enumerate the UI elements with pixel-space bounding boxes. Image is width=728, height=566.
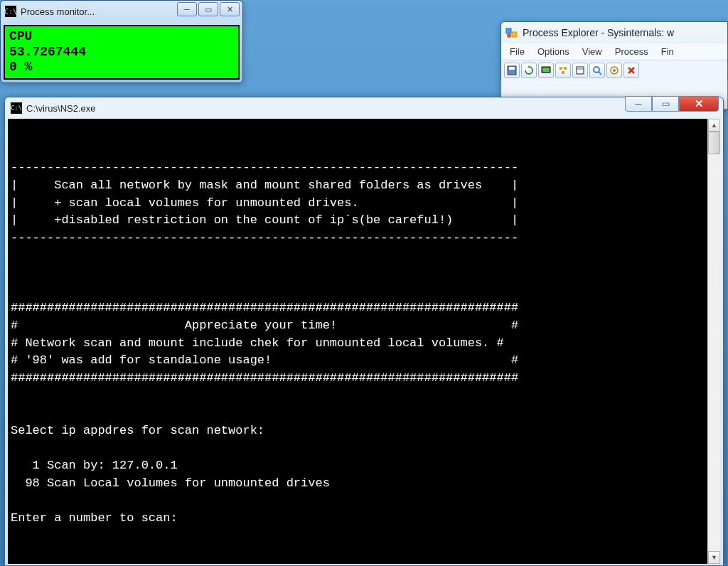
console-title-text: C:\virus\NS2.exe bbox=[26, 103, 96, 114]
maximize-button[interactable]: ▭ bbox=[652, 96, 679, 112]
process-monitor-titlebar[interactable]: C:\ Process monitor... ─ ▭ ✕ bbox=[1, 1, 242, 22]
console-titlebar[interactable]: C:\ C:\virus\NS2.exe ─ ▭ ✕ bbox=[5, 97, 723, 119]
scrollbar[interactable]: ▲ ▼ bbox=[707, 119, 720, 564]
svg-rect-10 bbox=[577, 67, 584, 74]
menu-options[interactable]: Options bbox=[532, 45, 575, 58]
cpu-value: 53.7267444 bbox=[9, 45, 234, 60]
process-explorer-icon bbox=[505, 26, 518, 39]
svg-line-13 bbox=[599, 72, 601, 75]
maximize-button[interactable]: ▭ bbox=[198, 2, 218, 16]
process-monitor-body: CPU 53.7267444 0 % bbox=[4, 25, 240, 80]
svg-rect-8 bbox=[564, 67, 567, 70]
svg-rect-6 bbox=[542, 68, 550, 72]
process-explorer-titlebar[interactable]: Process Explorer - Sysinternals: w bbox=[501, 22, 727, 43]
menu-process[interactable]: Process bbox=[609, 45, 654, 58]
svg-point-12 bbox=[594, 67, 599, 73]
close-button[interactable]: ✕ bbox=[679, 96, 719, 112]
toolbar-kill-icon[interactable] bbox=[623, 63, 639, 78]
cpu-percent: 0 % bbox=[9, 60, 234, 75]
scroll-thumb[interactable] bbox=[708, 132, 720, 154]
svg-point-15 bbox=[613, 69, 616, 72]
toolbar-window-icon[interactable] bbox=[572, 63, 588, 78]
svg-rect-7 bbox=[560, 67, 562, 70]
console-icon: C:\ bbox=[5, 6, 16, 17]
close-button[interactable]: ✕ bbox=[220, 2, 240, 16]
menu-find[interactable]: Fin bbox=[655, 45, 680, 58]
svg-rect-1 bbox=[512, 32, 517, 37]
minimize-button[interactable]: ─ bbox=[177, 2, 197, 16]
toolbar-target-icon[interactable] bbox=[606, 63, 622, 78]
process-monitor-window[interactable]: C:\ Process monitor... ─ ▭ ✕ CPU 53.7267… bbox=[0, 0, 243, 83]
menu-file[interactable]: File bbox=[504, 45, 530, 58]
console-icon: C:\ bbox=[11, 102, 22, 114]
minimize-button[interactable]: ─ bbox=[625, 96, 652, 112]
svg-point-2 bbox=[507, 33, 511, 38]
svg-rect-0 bbox=[506, 28, 511, 33]
console-output[interactable]: ----------------------------------------… bbox=[8, 119, 707, 564]
console-window[interactable]: C:\ C:\virus\NS2.exe ─ ▭ ✕ -------------… bbox=[4, 97, 724, 566]
cpu-label: CPU bbox=[9, 29, 234, 45]
toolbar-tree-icon[interactable] bbox=[555, 63, 571, 78]
process-explorer-menubar: File Options View Process Fin bbox=[501, 43, 727, 60]
scroll-up-button[interactable]: ▲ bbox=[708, 119, 720, 132]
scroll-down-button[interactable]: ▼ bbox=[708, 551, 720, 564]
svg-rect-4 bbox=[509, 67, 515, 70]
toolbar-find-icon[interactable] bbox=[589, 63, 605, 78]
process-explorer-title-text: Process Explorer - Sysinternals: w bbox=[523, 27, 674, 38]
menu-view[interactable]: View bbox=[577, 45, 608, 58]
toolbar-refresh-icon[interactable] bbox=[521, 63, 537, 78]
process-explorer-toolbar bbox=[501, 60, 727, 80]
toolbar-system-icon[interactable] bbox=[538, 63, 554, 78]
svg-rect-9 bbox=[562, 71, 564, 74]
toolbar-save-icon[interactable] bbox=[504, 63, 520, 78]
